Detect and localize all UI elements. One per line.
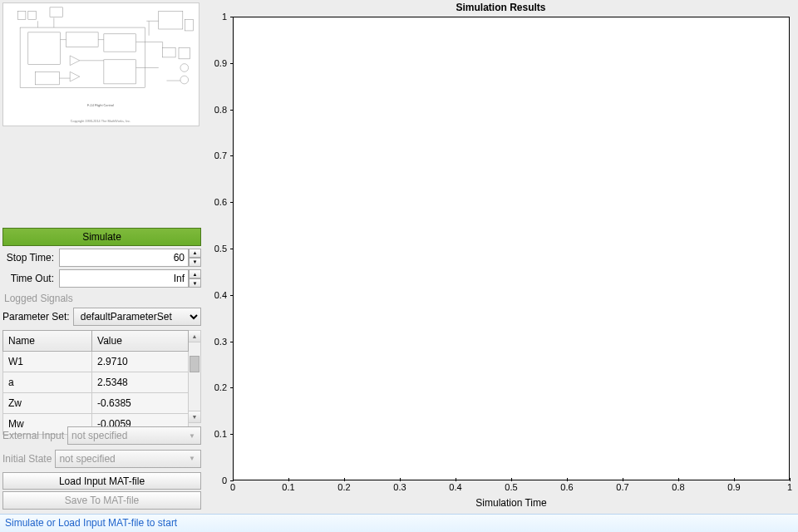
svg-marker-9 [70,56,80,66]
x-tick-label: 0.3 [393,482,406,492]
y-tick-label: 0.4 [214,290,227,300]
svg-rect-12 [185,19,194,31]
stop-time-input[interactable] [59,249,189,267]
table-row: W12.9710 [3,351,189,372]
initial-state-label: Initial State [2,453,55,465]
y-axis-ticks: 00.10.20.30.40.50.60.70.80.91 [204,17,230,480]
svg-marker-10 [70,71,80,81]
x-tick-label: 0 [230,482,235,492]
table-scrollbar[interactable]: ▲ ▼ [189,330,201,423]
y-tick-label: 0.6 [214,197,227,207]
stop-time-up[interactable]: ▲ [189,249,201,258]
stop-time-label: Stop Time: [2,252,59,264]
y-tick-label: 0.1 [214,429,227,439]
svg-rect-5 [66,32,98,47]
x-tick-label: 0.2 [337,482,350,492]
initial-state-select: not specified [55,450,201,468]
scroll-up-icon[interactable]: ▲ [189,331,200,342]
time-out-input[interactable] [59,269,189,288]
svg-rect-2 [50,7,63,17]
table-row: Zw-0.6385 [3,392,189,413]
svg-point-16 [180,76,189,84]
table-row: a2.5348 [3,372,189,392]
plot-panel: Simulation Results 00.10.20.30.40.50.60.… [204,0,798,514]
y-tick-label: 1 [222,12,227,22]
svg-rect-0 [17,12,26,20]
parameter-table[interactable]: Name Value W12.9710 a2.5348 Zw-0.6385 Mw… [2,330,189,435]
y-tick-label: 0.5 [214,244,227,254]
svg-rect-6 [104,34,136,52]
scroll-down-icon[interactable]: ▼ [189,411,200,422]
save-mat-button: Save To MAT-file [2,491,201,510]
y-tick-label: 0.8 [214,105,227,115]
y-tick-label: 0.3 [214,337,227,347]
table-col-name[interactable]: Name [3,330,92,351]
x-tick-label: 0.4 [449,482,461,492]
y-tick-label: 0.2 [214,382,227,392]
time-out-up[interactable]: ▲ [189,269,201,278]
left-panel: F-14 Flight Control Copyright 1990-2014 … [0,0,204,514]
y-tick-label: 0.7 [214,150,227,160]
param-set-select[interactable]: defaultParameterSet [73,308,201,326]
svg-rect-14 [179,47,190,59]
param-set-label: Parameter Set: [2,311,73,323]
svg-rect-3 [20,27,145,88]
y-tick-label: 0 [222,475,227,485]
svg-rect-13 [163,47,176,57]
svg-rect-4 [28,32,61,65]
external-input-label: External Input [2,430,67,441]
load-mat-button[interactable]: Load Input MAT-file [2,472,201,490]
plot-title: Simulation Results [204,2,798,13]
status-message: Simulate or Load Input MAT-file to start [5,517,177,529]
thumbnail-caption2: Copyright 1990-2014 The MathWorks, Inc. [71,119,131,123]
model-diagram-thumbnail[interactable]: F-14 Flight Control Copyright 1990-2014 … [2,2,200,126]
x-axis-label: Simulation Time [233,497,790,509]
svg-rect-8 [36,71,60,85]
svg-point-15 [180,64,189,72]
x-tick-label: 0.7 [616,482,628,492]
x-tick-label: 0.5 [505,482,517,492]
status-bar: Simulate or Load Input MAT-file to start [0,514,798,532]
svg-rect-7 [104,60,136,84]
plot-axes[interactable] [233,17,790,480]
table-col-value[interactable]: Value [92,330,189,351]
svg-rect-11 [159,12,183,29]
x-tick-label: 0.1 [282,482,294,492]
svg-rect-1 [28,12,37,20]
simulate-button[interactable]: Simulate [2,228,201,246]
x-tick-label: 1 [787,482,792,492]
external-input-select: not specified [67,426,201,445]
y-tick-label: 0.9 [214,58,227,68]
x-tick-label: 0.8 [672,482,684,492]
x-axis-ticks: 00.10.20.30.40.50.60.70.80.91 [233,482,790,495]
time-out-label: Time Out: [2,273,59,284]
thumbnail-caption1: F-14 Flight Control [87,103,114,107]
stop-time-down[interactable]: ▼ [189,258,201,267]
time-out-down[interactable]: ▼ [189,278,201,288]
x-tick-label: 0.6 [560,482,573,492]
x-tick-label: 0.9 [727,482,740,492]
scroll-thumb[interactable] [190,356,200,372]
logged-signals-label: Logged Signals [2,290,201,307]
